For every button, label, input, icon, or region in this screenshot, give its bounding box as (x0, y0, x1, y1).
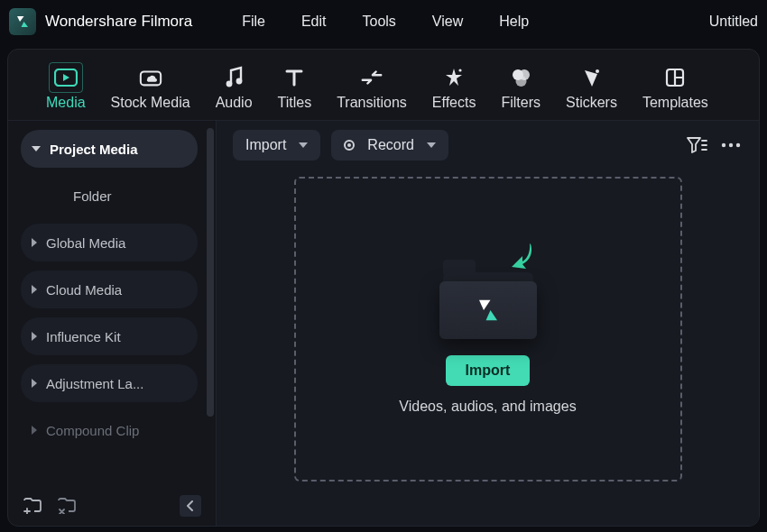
sidebar-scrollbar[interactable] (207, 128, 214, 479)
svg-rect-0 (55, 69, 77, 86)
chevron-right-icon (32, 332, 37, 341)
tab-label: Transitions (337, 95, 407, 111)
new-folder-icon[interactable] (23, 496, 42, 516)
main-toolbar: Import Record (217, 121, 759, 170)
tab-audio[interactable]: Audio (212, 62, 256, 115)
app-name: Wondershare Filmora (45, 13, 192, 31)
stickers-icon (579, 66, 603, 89)
menu-edit[interactable]: Edit (301, 14, 327, 30)
import-label: Import (245, 137, 286, 153)
tab-label: Titles (278, 95, 312, 111)
filters-icon (509, 66, 532, 89)
more-options-button[interactable] (719, 133, 743, 157)
tab-media[interactable]: Media (42, 62, 89, 115)
sidebar-item-global-media[interactable]: Global Media (21, 224, 198, 261)
sidebar-item-adjustment-layer[interactable]: Adjustment La... (21, 364, 198, 402)
record-dropdown[interactable]: Record (331, 130, 448, 161)
tab-stickers[interactable]: Stickers (562, 62, 621, 115)
sidebar-item-folder[interactable]: Folder (21, 177, 198, 215)
import-button[interactable]: Import (446, 355, 531, 386)
svg-point-15 (736, 143, 740, 147)
chevron-down-icon (299, 142, 308, 148)
tab-label: Media (46, 95, 86, 111)
drop-caption: Videos, audios, and images (399, 399, 576, 415)
tab-filters[interactable]: Filters (497, 62, 544, 115)
svg-point-13 (722, 143, 725, 147)
menu-tools[interactable]: Tools (363, 14, 396, 30)
chevron-right-icon (32, 238, 37, 247)
filmora-logo-icon (14, 14, 31, 30)
sidebar-item-label: Cloud Media (46, 282, 122, 298)
delete-folder-icon[interactable] (57, 496, 77, 516)
import-drop-zone[interactable]: Import Videos, audios, and images (294, 177, 682, 482)
scrollbar-thumb[interactable] (207, 128, 214, 417)
document-title: Untitled (709, 14, 758, 30)
svg-point-14 (729, 143, 733, 147)
sidebar-item-influence-kit[interactable]: Influence Kit (21, 317, 198, 355)
audio-icon (222, 66, 245, 89)
chevron-right-icon (32, 285, 37, 294)
chevron-left-icon (186, 500, 195, 511)
templates-icon (663, 66, 687, 89)
sidebar-footer (8, 486, 216, 526)
menu-items: File Edit Tools View Help (242, 14, 529, 30)
tab-label: Templates (642, 95, 708, 111)
download-arrow-icon (503, 240, 539, 280)
tab-label: Effects (432, 95, 476, 111)
tab-effects[interactable]: Effects (429, 62, 480, 115)
svg-point-8 (516, 76, 527, 87)
tab-templates[interactable]: Templates (639, 62, 712, 115)
content-area: Project Media Folder Global Media Cloud … (8, 121, 759, 526)
tab-label: Filters (501, 95, 541, 111)
sidebar-item-label: Folder (73, 188, 112, 204)
import-dropdown[interactable]: Import (233, 130, 320, 161)
media-sidebar: Project Media Folder Global Media Cloud … (8, 121, 205, 486)
main-panel: Import Record (216, 121, 759, 526)
cloud-media-icon (139, 66, 162, 89)
folder-graphic (434, 243, 542, 343)
workspace: Media Stock Media Audio Titles Transitio (7, 49, 760, 527)
effects-icon (442, 66, 466, 89)
svg-point-4 (236, 78, 243, 85)
chevron-down-icon (427, 142, 436, 148)
tab-stock-media[interactable]: Stock Media (107, 62, 194, 115)
transitions-icon (360, 66, 384, 89)
record-label: Record (367, 137, 414, 153)
collapse-sidebar-button[interactable] (180, 495, 201, 517)
titles-icon (282, 66, 306, 89)
filter-sort-button[interactable] (685, 133, 708, 157)
sidebar-item-label: Influence Kit (46, 329, 121, 344)
menu-bar: Wondershare Filmora File Edit Tools View… (0, 0, 767, 43)
sidebar-item-label: Global Media (46, 235, 125, 251)
svg-point-5 (459, 69, 462, 71)
media-icon (54, 66, 78, 89)
svg-point-3 (226, 81, 233, 87)
menu-file[interactable]: File (242, 14, 265, 30)
menu-help[interactable]: Help (499, 14, 529, 30)
tab-transitions[interactable]: Transitions (333, 62, 411, 115)
chevron-right-icon (32, 426, 37, 435)
record-icon (344, 140, 355, 151)
tab-label: Stock Media (111, 95, 190, 111)
drop-area-container: Import Videos, audios, and images (217, 170, 759, 526)
sidebar-item-cloud-media[interactable]: Cloud Media (21, 271, 198, 308)
sidebar-column: Project Media Folder Global Media Cloud … (8, 121, 216, 526)
filmora-logo-icon (475, 297, 502, 324)
sidebar-item-project-media[interactable]: Project Media (21, 130, 198, 168)
menu-view[interactable]: View (432, 14, 463, 30)
sidebar-item-label: Project Media (50, 142, 138, 157)
chevron-right-icon (32, 379, 37, 388)
svg-point-9 (596, 69, 599, 73)
tab-label: Audio (216, 95, 253, 111)
chevron-down-icon (32, 146, 41, 151)
sidebar-item-label: Compound Clip (46, 423, 139, 438)
tab-strip: Media Stock Media Audio Titles Transitio (8, 50, 759, 121)
tab-titles[interactable]: Titles (274, 62, 316, 115)
sidebar-item-compound-clip[interactable]: Compound Clip (21, 411, 198, 449)
sidebar-item-label: Adjustment La... (46, 376, 143, 391)
svg-marker-1 (63, 74, 69, 81)
app-logo (9, 8, 36, 35)
tab-label: Stickers (566, 95, 617, 111)
